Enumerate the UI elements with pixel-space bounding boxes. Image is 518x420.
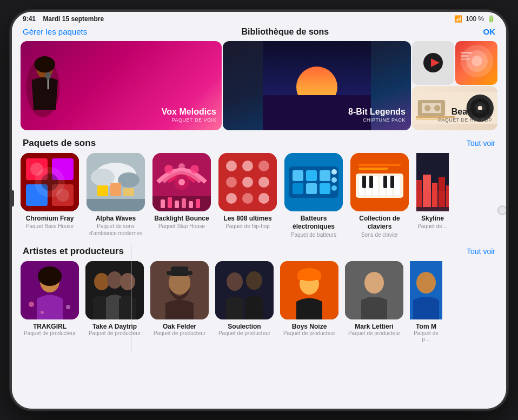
svg-point-38	[30, 163, 43, 176]
nav-bar: Gérer les paquets Bibliothèque de sons O…	[12, 26, 506, 41]
time: 9:41	[23, 15, 36, 23]
trakgirl-graphic	[21, 261, 79, 319]
svg-point-3	[45, 71, 51, 79]
artist-thumb-mark	[345, 261, 403, 319]
ok-button[interactable]: OK	[483, 27, 496, 36]
pack-item-batteurs[interactable]: Batteurs électroniques Paquet de batteur…	[284, 153, 343, 238]
pack-type-claviers: Sons de clavier	[361, 231, 398, 238]
page-title: Bibliothèque de sons	[241, 27, 329, 37]
date: Mardi 15 septembre	[43, 15, 104, 23]
vox-singer-graphic	[21, 46, 80, 130]
artists-see-all[interactable]: Tout voir	[467, 247, 495, 256]
bits-subtitle: CHIPTUNE PACK	[348, 117, 406, 123]
svg-rect-58	[182, 198, 186, 208]
svg-rect-75	[320, 170, 330, 181]
pack-thumb-alpha	[87, 153, 145, 211]
artist-item-oak[interactable]: Oak Felder Paquet de producteur	[150, 261, 209, 342]
artist-thumb-boys	[280, 261, 338, 319]
vox-title: Vox Melodics	[162, 106, 216, 117]
svg-point-63	[242, 161, 253, 171]
pack-item-alpha[interactable]: Alpha Waves Paquet de sons d'ambiance mo…	[87, 153, 145, 238]
pack-thumb-backlight	[152, 153, 211, 211]
pack-name-alpha: Alpha Waves	[96, 215, 136, 223]
hero-card-vox[interactable]: Vox Melodics PAQUET DE VOIX	[21, 41, 222, 130]
hero-mini-play[interactable]	[412, 41, 454, 85]
svg-point-121	[246, 271, 262, 290]
artist-name-trakgirl: TRAKGIRL	[33, 323, 67, 330]
pack-item-claviers[interactable]: Collection de claviers Sons de clavier	[350, 153, 409, 238]
packs-section-header: Paquets de sons Tout voir	[12, 130, 506, 153]
artist-item-daytrip[interactable]: Take A Daytrip Paquet de producteur	[85, 261, 144, 342]
manage-packs-button[interactable]: Gérer les paquets	[23, 27, 87, 36]
bits-title: 8-Bit Legends	[348, 106, 406, 117]
packs-see-all[interactable]: Tout voir	[467, 139, 495, 148]
pack-item-808[interactable]: Les 808 ultimes Paquet de hip-hop	[218, 153, 277, 238]
svg-rect-95	[358, 168, 388, 170]
svg-rect-45	[110, 183, 121, 196]
oak-graphic	[150, 261, 209, 319]
svg-rect-89	[394, 176, 400, 196]
svg-rect-76	[293, 183, 303, 194]
hero-cards-right: Beat Tape PAQUET DE HIP-HOP	[412, 41, 497, 130]
svg-point-53	[178, 179, 185, 185]
artist-item-soulection[interactable]: Soulection Paquet de producteur	[215, 261, 274, 342]
svg-rect-59	[189, 201, 193, 208]
svg-point-39	[56, 189, 69, 202]
artist-item-tom[interactable]: Tom M Paquet de p…	[410, 261, 442, 342]
artist-type-tom: Paquet de p…	[410, 330, 442, 342]
selection-divider	[131, 244, 131, 352]
svg-point-114	[120, 273, 135, 290]
svg-point-66	[242, 177, 253, 188]
svg-rect-118	[171, 266, 188, 276]
skyline-graphic	[416, 153, 449, 211]
pack-thumb-claviers	[350, 153, 409, 211]
artist-item-boys[interactable]: Boys Noize Paquet de producteur	[280, 261, 338, 342]
artist-thumb-trakgirl	[21, 261, 79, 319]
pack-item-backlight[interactable]: Backlight Bounce Paquet Slap House	[152, 153, 211, 238]
screen: 9:41 Mardi 15 septembre 📶 100 % 🔋 Gérer …	[12, 12, 506, 409]
battery-icon: 🔋	[487, 15, 495, 23]
svg-rect-91	[369, 176, 373, 188]
battery: 100 %	[466, 15, 484, 23]
pack-type-skyline: Paquet de…	[417, 223, 448, 230]
backlight-graphic	[152, 153, 211, 211]
svg-rect-56	[168, 197, 172, 208]
svg-rect-46	[123, 188, 134, 196]
alpha-graphic	[87, 153, 145, 211]
side-button[interactable]	[11, 190, 14, 206]
svg-rect-78	[320, 183, 330, 194]
svg-point-109	[66, 305, 70, 309]
hero-section: Vox Melodics PAQUET DE VOIX	[12, 41, 506, 130]
svg-point-120	[227, 272, 243, 291]
pack-type-808: Paquet de hip-hop	[225, 223, 270, 230]
svg-rect-92	[383, 176, 387, 188]
artist-item-trakgirl[interactable]: TRAKGIRL Paquet de producteur	[21, 261, 79, 342]
svg-point-68	[226, 193, 237, 204]
pack-item-chromium[interactable]: Chromium Fray Paquet Bass House	[21, 153, 79, 238]
pack-name-claviers: Collection de claviers	[350, 215, 409, 231]
svg-point-4	[34, 56, 55, 72]
beat-card-text: Beat Tape PAQUET DE HIP-HOP	[438, 106, 492, 122]
pack-name-skyline: Skyline	[421, 215, 444, 223]
pack-item-skyline[interactable]: Skyline Paquet de…	[416, 153, 449, 238]
hero-card-beat[interactable]: Beat Tape PAQUET DE HIP-HOP	[412, 86, 497, 130]
svg-point-69	[242, 193, 253, 204]
hero-card-bits[interactable]: 8-Bit Legends CHIPTUNE PACK	[223, 41, 411, 130]
chromium-graphic	[21, 153, 79, 211]
svg-rect-74	[306, 170, 317, 181]
svg-rect-44	[97, 185, 108, 196]
artists-section-header: Artistes et producteurs Tout voir	[12, 238, 506, 261]
hero-mini-abstract[interactable]	[455, 41, 497, 85]
svg-rect-94	[358, 164, 401, 166]
daytrip-graphic	[85, 261, 144, 319]
svg-rect-17	[461, 55, 468, 57]
pack-name-808: Les 808 ultimes	[223, 215, 271, 223]
artist-item-mark[interactable]: Mark Lettieri Paquet de producteur	[345, 261, 403, 342]
svg-point-65	[226, 177, 237, 188]
home-button[interactable]	[497, 205, 507, 215]
artist-name-mark: Mark Lettieri	[355, 323, 393, 330]
pack-thumb-skyline	[416, 153, 449, 211]
svg-point-129	[416, 272, 436, 294]
artist-type-soulection: Paquet de producteur	[218, 330, 270, 336]
ipad-frame: 9:41 Mardi 15 septembre 📶 100 % 🔋 Gérer …	[10, 10, 508, 410]
